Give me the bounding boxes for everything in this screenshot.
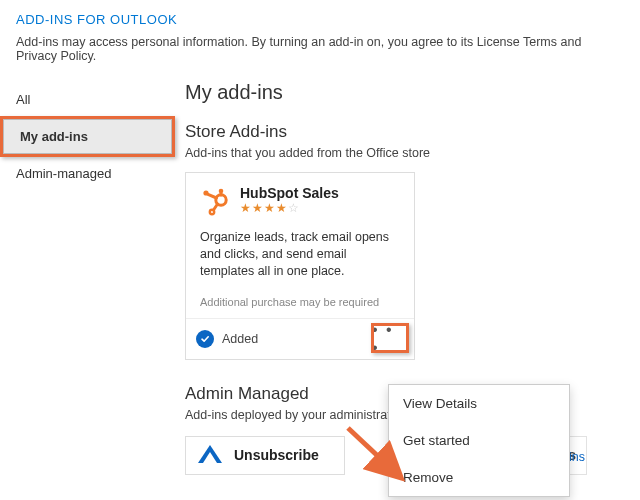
store-section-desc: Add-ins that you added from the Office s… <box>185 146 630 160</box>
svg-line-5 <box>208 194 217 198</box>
sidebar-item-all[interactable]: All <box>0 83 175 116</box>
sidebar: All My add-ins Admin-managed <box>0 77 175 475</box>
rating-stars: ★★★★☆ <box>240 201 339 215</box>
svg-line-6 <box>214 204 218 210</box>
more-options-button[interactable]: • • • <box>372 327 404 351</box>
stars-empty: ☆ <box>288 201 300 215</box>
stars-filled: ★★★★ <box>240 201 288 215</box>
sidebar-highlight: My add-ins <box>0 116 175 157</box>
card-footer: Added • • • <box>186 318 414 359</box>
sidebar-item-my-add-ins[interactable]: My add-ins <box>3 119 172 154</box>
menu-remove[interactable]: Remove <box>389 459 569 496</box>
addin-card-unsubscribe[interactable]: Unsubscribe <box>185 436 345 475</box>
addin-card-hubspot: HubSpot Sales ★★★★☆ Organize leads, trac… <box>185 172 415 360</box>
card-note: Additional purchase may be required <box>186 290 414 318</box>
card-status: Added <box>196 330 258 348</box>
check-icon <box>196 330 214 348</box>
card-header: HubSpot Sales ★★★★☆ <box>186 173 414 223</box>
unsubscribe-icon <box>196 443 224 468</box>
status-label: Added <box>222 332 258 346</box>
sidebar-item-admin-managed[interactable]: Admin-managed <box>0 157 175 190</box>
main-heading: My add-ins <box>185 81 630 104</box>
menu-get-started[interactable]: Get started <box>389 422 569 459</box>
unsubscribe-title: Unsubscribe <box>234 447 319 463</box>
store-section-title: Store Add-ins <box>185 122 630 142</box>
context-menu: View Details Get started Remove <box>388 384 570 497</box>
page-title: ADD-INS FOR OUTLOOK <box>0 0 640 31</box>
hubspot-icon <box>198 185 232 219</box>
card-title: HubSpot Sales <box>240 185 339 201</box>
card-description: Organize leads, track email opens and cl… <box>186 223 414 290</box>
menu-view-details[interactable]: View Details <box>389 385 569 422</box>
page-subtitle: Add-ins may access personal information.… <box>0 31 640 77</box>
